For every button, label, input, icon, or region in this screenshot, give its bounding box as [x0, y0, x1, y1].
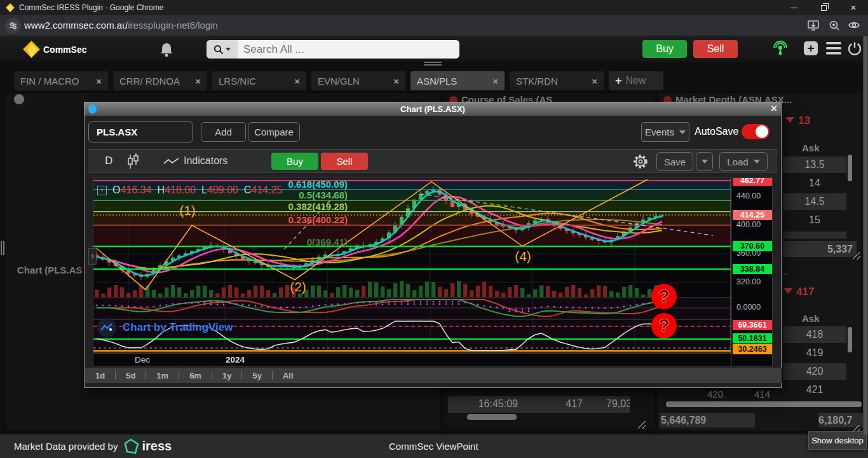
scrollbar-thumb[interactable] — [848, 327, 852, 352]
tab-close-icon[interactable]: × — [195, 76, 201, 87]
depth-row[interactable]: 13.5 — [783, 156, 846, 173]
drag-handle[interactable] — [424, 64, 442, 66]
left-window-title[interactable]: Chart (PLS.AS — [17, 265, 83, 275]
price-tick: 400.00 — [736, 220, 761, 229]
depth-row[interactable]: 14.5 — [783, 193, 846, 210]
range-5y[interactable]: 5y — [242, 371, 271, 380]
iress-logo-icon — [124, 438, 139, 455]
tab-close-icon[interactable]: × — [592, 76, 597, 87]
tradingview-logo-icon — [97, 318, 116, 337]
symbol-input[interactable] — [88, 121, 193, 142]
depth-row[interactable]: 421 — [783, 382, 846, 398]
tab-close-icon[interactable]: × — [492, 76, 498, 87]
price-badge: 30.2463 — [733, 344, 772, 354]
chart-area[interactable]: 0.618(450.09)0.5(434.68)0.382(419.28)0.2… — [93, 177, 773, 366]
header-sell-button[interactable]: Sell — [693, 40, 738, 58]
ohlc-legend: + O416.34 H418.00 L409.00 C414.25 — [97, 184, 282, 196]
scrollbar-thumb[interactable] — [848, 155, 852, 181]
save-menu-button[interactable] — [696, 152, 713, 171]
resize-handle[interactable] — [853, 252, 860, 260]
range-all[interactable]: All — [273, 371, 304, 380]
range-1m[interactable]: 1m — [146, 371, 179, 380]
site-settings-icon[interactable] — [5, 18, 21, 34]
legend-box-icon[interactable]: + — [97, 186, 107, 195]
add-button[interactable]: Add — [201, 122, 246, 142]
hscrollbar-thumb[interactable] — [666, 401, 862, 407]
header-buy-button[interactable]: Buy — [642, 40, 687, 58]
range-5d[interactable]: 5d — [116, 371, 146, 380]
range-1y[interactable]: 1y — [212, 371, 241, 380]
window-dot-icon[interactable] — [14, 94, 24, 104]
window-dot-icon[interactable] — [88, 104, 97, 114]
depth-top-rows: 13.51414.515 — [783, 156, 846, 230]
commsec-favicon-icon — [6, 3, 15, 12]
compare-button[interactable]: Compare — [248, 122, 300, 142]
chevron-down-icon — [702, 160, 708, 163]
candlestick-style-icon[interactable] — [126, 153, 140, 170]
collapse-arrow[interactable]: › — [88, 248, 97, 265]
interval-button[interactable]: D — [105, 155, 112, 167]
autosave-label: AutoSave — [695, 126, 738, 137]
scrollbar-track[interactable] — [863, 36, 868, 434]
drag-handle[interactable] — [424, 62, 442, 63]
tab-evn-gln[interactable]: EVN/GLN× — [311, 71, 405, 90]
dock-grip[interactable] — [3, 241, 4, 255]
browser-urlbar: www2.commsec.com.au /iressplugin-net6/lo… — [0, 15, 868, 36]
beacon-idea-icon[interactable] — [773, 39, 788, 59]
restore-button[interactable] — [819, 3, 828, 12]
range-6m[interactable]: 6m — [179, 371, 212, 380]
scrollbar-thumb[interactable] — [864, 36, 867, 434]
close-window-button[interactable]: × — [849, 3, 858, 11]
tab-close-icon[interactable]: × — [96, 76, 102, 87]
indicators-button[interactable]: Indicators — [184, 155, 227, 167]
close-icon[interactable]: × — [771, 102, 777, 115]
depth-row[interactable]: 418 — [783, 326, 846, 343]
power-logout-icon[interactable] — [847, 41, 862, 56]
depth-row[interactable]: 419 — [783, 345, 846, 361]
notifications-bell-icon[interactable] — [159, 41, 174, 58]
tradingview-credit[interactable]: Chart by TradingView — [97, 318, 233, 337]
add-widget-button[interactable]: + — [804, 41, 818, 55]
menu-hamburger-icon[interactable] — [826, 42, 841, 55]
tab-close-icon[interactable]: × — [393, 76, 399, 87]
hscrollbar-thumb[interactable] — [467, 414, 517, 420]
chart-buy-button[interactable]: Buy — [271, 153, 318, 170]
settings-gear-icon[interactable] — [632, 153, 649, 170]
tab-stk-rdn[interactable]: STK/RDN× — [510, 71, 604, 90]
eye-icon[interactable] — [848, 20, 860, 31]
load-button[interactable]: Load — [719, 152, 768, 171]
save-button[interactable]: Save — [656, 152, 693, 171]
install-app-icon[interactable] — [807, 19, 820, 32]
range-1d[interactable]: 1d — [85, 371, 115, 380]
depth-top-total: 5,337 — [783, 241, 857, 257]
url-path[interactable]: /iressplugin-net6/login — [125, 20, 218, 31]
ask-column-header: Ask — [802, 313, 820, 324]
autosave-toggle[interactable] — [742, 124, 770, 139]
minimize-button[interactable] — [789, 3, 798, 12]
search-scope-button[interactable] — [207, 40, 238, 59]
chart-canvas[interactable]: 0.618(450.09)0.5(434.68)0.382(419.28)0.2… — [93, 178, 773, 366]
new-tab-button[interactable]: + New — [609, 71, 663, 90]
tab-close-icon[interactable]: × — [294, 76, 300, 87]
depth-row[interactable]: 14 — [783, 175, 846, 191]
events-dropdown[interactable]: Events — [641, 122, 689, 142]
depth-bottom-total-left: 5,646,789 — [660, 413, 755, 427]
zoom-in-icon[interactable] — [828, 19, 841, 32]
footer: Market Data provided by iress CommSec Vi… — [0, 434, 868, 458]
cos-row[interactable]: 16:45:09 417 79,036 — [448, 396, 630, 413]
tab-label: CRR/ RDNOA — [119, 76, 180, 87]
tab-fin-macro[interactable]: FIN / MACRO× — [14, 71, 108, 90]
dock-grip[interactable] — [1, 241, 2, 255]
search-input[interactable] — [238, 40, 459, 59]
tab-lrs-nic[interactable]: LRS/NIC× — [212, 71, 306, 90]
depth-row[interactable]: 420 — [783, 363, 846, 380]
depth-row[interactable]: 15 — [783, 212, 846, 228]
resize-handle[interactable] — [638, 421, 646, 429]
tab-crr-rdnoa[interactable]: CRR/ RDNOA× — [113, 71, 207, 90]
chart-window-titlebar[interactable]: Chart (PLS.ASX) × — [85, 102, 781, 116]
tab-asn-pls[interactable]: ASN/PLS× — [410, 71, 505, 90]
url-domain[interactable]: www2.commsec.com.au — [24, 20, 128, 31]
fib-label: 0.618(450.09) — [288, 179, 348, 190]
chart-sell-button[interactable]: Sell — [321, 153, 368, 170]
price-scale[interactable]: 440.00400.00360.00320.000.0000462.77414.… — [731, 178, 773, 366]
